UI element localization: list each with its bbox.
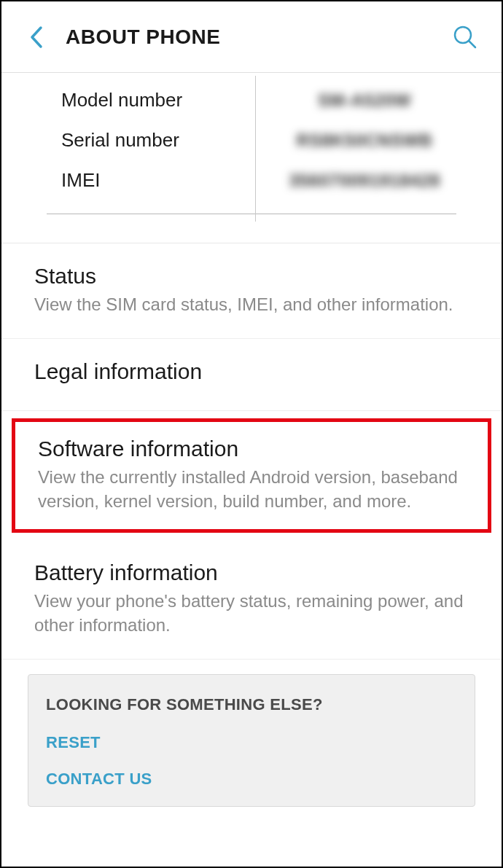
model-label: Model number <box>1 89 249 112</box>
serial-value: RS8K50CNSWB <box>297 130 433 150</box>
serial-value-cell: RS8K50CNSWB <box>249 130 502 151</box>
serial-number-row[interactable]: Serial number RS8K50CNSWB <box>1 120 502 160</box>
page-title: ABOUT PHONE <box>66 26 220 49</box>
imei-label: IMEI <box>1 169 249 192</box>
reset-link[interactable]: RESET <box>46 733 457 752</box>
software-subtitle: View the currently installed Android ver… <box>38 466 465 513</box>
search-button[interactable] <box>449 21 481 53</box>
legal-title: Legal information <box>34 359 469 384</box>
status-title: Status <box>34 264 469 289</box>
svg-line-1 <box>469 41 475 47</box>
serial-label: Serial number <box>1 129 249 152</box>
software-title: Software information <box>38 437 465 461</box>
status-subtitle: View the SIM card status, IMEI, and othe… <box>34 293 469 316</box>
footer-box: LOOKING FOR SOMETHING ELSE? RESET CONTAC… <box>28 674 475 807</box>
battery-title: Battery information <box>34 560 469 585</box>
footer-title: LOOKING FOR SOMETHING ELSE? <box>46 695 457 714</box>
search-icon <box>452 24 478 50</box>
imei-row[interactable]: IMEI 356070091918428 <box>1 160 502 200</box>
imei-value: 356070091918428 <box>289 171 440 190</box>
model-value-cell: SM-A520W <box>249 90 502 111</box>
model-value: SM-A520W <box>318 90 411 110</box>
battery-subtitle: View your phone's battery status, remain… <box>34 590 469 637</box>
software-information-item[interactable]: Software information View the currently … <box>12 418 491 533</box>
imei-value-cell: 356070091918428 <box>249 171 502 191</box>
battery-information-item[interactable]: Battery information View your phone's ba… <box>1 540 502 660</box>
status-item[interactable]: Status View the SIM card status, IMEI, a… <box>1 243 502 339</box>
back-button[interactable] <box>22 23 51 52</box>
model-number-row[interactable]: Model number SM-A520W <box>1 80 502 120</box>
chevron-left-icon <box>29 26 44 49</box>
section-gap <box>1 214 502 243</box>
header: ABOUT PHONE <box>1 1 502 73</box>
legal-information-item[interactable]: Legal information <box>1 339 502 411</box>
device-info-table: Model number SM-A520W Serial number RS8K… <box>1 73 502 200</box>
contact-us-link[interactable]: CONTACT US <box>46 770 457 789</box>
